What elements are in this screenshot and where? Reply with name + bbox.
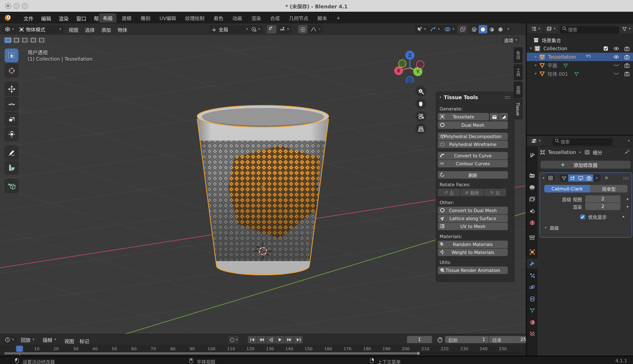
polyhedral-wireframe-button[interactable]: Polyhedral Wireframe bbox=[438, 140, 508, 148]
catmull-clark-option[interactable]: Catmull-Clark bbox=[544, 185, 590, 192]
scene-collection-row[interactable]: 场景集合 bbox=[527, 36, 633, 44]
pin-id-icon[interactable] bbox=[624, 149, 630, 154]
timeline-ruler[interactable]: 1 10 20 30 40 50 60 70 80 90 100 110 120… bbox=[0, 345, 526, 356]
cursor-tool[interactable] bbox=[5, 64, 19, 78]
menu-select[interactable]: 选择 bbox=[83, 25, 97, 34]
select-mode-intersect[interactable] bbox=[38, 37, 45, 43]
breadcrumb-object-name[interactable]: Tessellation bbox=[548, 149, 576, 155]
outliner-filter-button[interactable]: ▾ bbox=[619, 25, 633, 33]
render-levels-field[interactable]: 2 bbox=[585, 203, 620, 210]
weight-to-materials-button[interactable]: Weight to Materials bbox=[438, 248, 508, 256]
tab-output-properties[interactable] bbox=[527, 182, 537, 192]
simple-option[interactable]: 简单型 bbox=[590, 185, 627, 192]
playback-menu[interactable]: 回放▾ bbox=[19, 336, 37, 344]
xray-toggle[interactable] bbox=[458, 25, 467, 34]
tab-scripting[interactable]: 脚本 bbox=[314, 14, 331, 22]
timeline-scrollbar-thumb[interactable] bbox=[4, 352, 419, 354]
tab-animation[interactable]: 动画 bbox=[229, 14, 246, 22]
show-on-cage-toggle[interactable] bbox=[560, 174, 568, 182]
shading-solid-button[interactable] bbox=[478, 25, 487, 34]
rotate-left-button[interactable]: ↺ 左 bbox=[438, 189, 460, 196]
tab-collection-properties[interactable] bbox=[527, 233, 537, 243]
cylinder-expand-icon[interactable]: ▸ bbox=[535, 72, 537, 75]
tab-layout[interactable]: 布局 bbox=[99, 14, 116, 22]
rotate-tool[interactable] bbox=[5, 97, 19, 111]
current-frame-field[interactable]: 1 bbox=[407, 336, 432, 343]
tessellation-row[interactable]: ▸ Tessellation bbox=[527, 53, 633, 61]
tessellate-button[interactable]: Tessellate bbox=[438, 113, 489, 120]
select-mode-new[interactable] bbox=[4, 37, 12, 43]
transform-tool[interactable] bbox=[5, 127, 19, 141]
hidden-eye-icon[interactable] bbox=[613, 64, 619, 67]
tab-compositing[interactable]: 合成 bbox=[266, 14, 284, 22]
properties-options-icon[interactable]: ▾ bbox=[628, 139, 630, 143]
scrollbar-handle[interactable] bbox=[417, 352, 420, 355]
tab-object-properties[interactable] bbox=[527, 247, 537, 257]
select-mode-subtract[interactable] bbox=[21, 37, 29, 43]
show-render-toggle[interactable] bbox=[585, 174, 593, 182]
menu-window[interactable]: 窗口 bbox=[74, 14, 89, 23]
collection-expand-icon[interactable]: ▾ bbox=[530, 47, 532, 50]
modifier-drag-icon[interactable] bbox=[623, 176, 629, 180]
shading-material-button[interactable] bbox=[487, 25, 496, 34]
add-cube-tool[interactable] bbox=[5, 179, 19, 193]
timeline-editor-dropdown[interactable]: ▾ bbox=[3, 336, 16, 344]
modifier-collapse-icon[interactable]: ▾ bbox=[542, 176, 544, 180]
tab-tissue[interactable]: Tissue bbox=[514, 99, 522, 119]
refresh-button[interactable]: 刷新 bbox=[438, 171, 508, 179]
tab-world-properties[interactable] bbox=[527, 218, 537, 228]
add-modifier-button[interactable]: + 添加修改器 bbox=[540, 161, 630, 168]
tab-uv-editing[interactable]: UV编辑 bbox=[156, 14, 180, 22]
breadcrumb-modifier-name[interactable]: 细分 bbox=[592, 149, 602, 156]
modifier-close-icon[interactable]: ✕ bbox=[604, 175, 608, 181]
snap-settings-dropdown[interactable]: ▾ bbox=[277, 25, 291, 34]
gizmo-z-neg-axis[interactable] bbox=[406, 76, 414, 83]
render-camera-icon[interactable] bbox=[624, 63, 630, 68]
tab-shading[interactable]: 着色 bbox=[210, 14, 227, 22]
start-frame-field[interactable]: 起始 1 bbox=[445, 336, 488, 343]
mode-dropdown[interactable]: 物体模式 ▾ bbox=[17, 25, 64, 34]
panel-drag-icon[interactable] bbox=[504, 96, 511, 99]
menu-object[interactable]: 物体 bbox=[115, 25, 130, 34]
convert-to-dual-mesh-button[interactable]: Convert to Dual Mesh bbox=[438, 207, 508, 214]
tab-view[interactable]: 视图 bbox=[514, 82, 522, 98]
measure-tool[interactable] bbox=[5, 161, 19, 174]
shading-wireframe-button[interactable] bbox=[470, 25, 478, 34]
cylinder-row[interactable]: ▸ 柱体.001 bbox=[527, 70, 633, 78]
tab-texture-properties[interactable] bbox=[527, 329, 537, 339]
convert-to-curve-button[interactable]: Convert to Curve bbox=[438, 152, 508, 160]
animate-dot[interactable] bbox=[622, 216, 624, 218]
proportional-edit-toggle[interactable] bbox=[298, 25, 307, 34]
tab-particles-properties[interactable] bbox=[527, 270, 537, 280]
viewport-3d[interactable]: 用户透视 (1) Collection | Tessellation bbox=[0, 45, 526, 334]
snap-toggle[interactable] bbox=[267, 25, 276, 34]
move-tool[interactable] bbox=[5, 82, 19, 96]
contour-curves-button[interactable]: Contour Curves bbox=[438, 160, 508, 167]
outliner-search-input[interactable] bbox=[560, 26, 619, 34]
gizmo-x-neg-axis[interactable] bbox=[417, 61, 424, 68]
outliner-search[interactable] bbox=[560, 25, 619, 34]
show-in-editmode-toggle[interactable] bbox=[568, 174, 576, 182]
plane-expand-icon[interactable]: ▸ bbox=[535, 64, 537, 67]
render-camera-icon[interactable] bbox=[624, 71, 630, 76]
tab-render-properties[interactable] bbox=[527, 171, 537, 181]
zoom-button[interactable] bbox=[415, 86, 426, 97]
timeline-markers-menu[interactable]: 标记 bbox=[77, 336, 92, 346]
advanced-label[interactable]: 高级 bbox=[550, 224, 559, 231]
perspective-toggle-button[interactable] bbox=[415, 124, 426, 134]
tab-data-properties[interactable] bbox=[527, 306, 537, 316]
pivot-point-dropdown[interactable]: ▾ bbox=[249, 25, 263, 34]
tessellation-expand-icon[interactable]: ▸ bbox=[535, 55, 537, 58]
plane-row[interactable]: ▸ 平面 bbox=[527, 61, 633, 70]
next-keyframe-button[interactable] bbox=[285, 336, 293, 344]
tab-material-properties[interactable] bbox=[527, 317, 537, 327]
animate-dot[interactable] bbox=[627, 206, 628, 207]
tessellate-component-button[interactable] bbox=[490, 113, 499, 120]
jump-to-end-button[interactable] bbox=[294, 336, 303, 344]
basket-object[interactable] bbox=[191, 106, 337, 288]
tab-item[interactable]: 条目 bbox=[514, 47, 522, 63]
tissue-render-animation-button[interactable]: Tissue Render Animation bbox=[438, 266, 508, 274]
select-mode-invert[interactable] bbox=[29, 37, 37, 43]
tab-tool[interactable]: 工具 bbox=[514, 64, 522, 80]
pan-button[interactable] bbox=[415, 98, 426, 109]
